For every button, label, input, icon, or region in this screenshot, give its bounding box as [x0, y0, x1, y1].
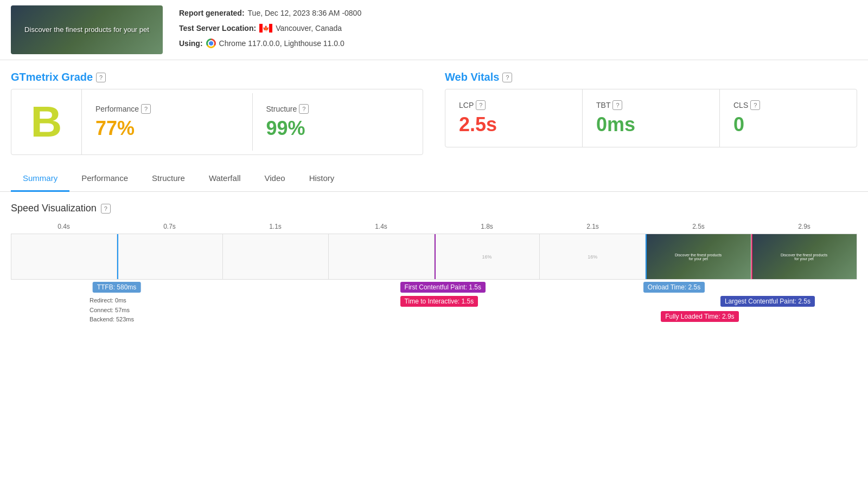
tti-annotation: Time to Interactive: 1.5s — [400, 296, 478, 307]
tab-waterfall[interactable]: Waterfall — [197, 166, 253, 192]
frame-placeholder-5: 16% — [588, 254, 597, 260]
ttfb-line — [117, 234, 118, 279]
frame-image-text-7: Discover the finest productsfor your pet — [780, 252, 828, 262]
web-vitals-box: Web Vitals ? LCP ? 2.5s TBT ? 0ms CLS — [445, 71, 857, 155]
ruler-mark-4: 1.8s — [434, 223, 540, 230]
performance-metric: Performance ? 77% — [82, 93, 253, 151]
test-server-row: Test Server Location: 🍁 Vancouver, Canad… — [179, 21, 361, 36]
grade-letter: B — [11, 89, 82, 154]
structure-label: Structure ? — [266, 104, 410, 114]
fully-loaded-line — [751, 234, 752, 279]
web-vitals-help-icon[interactable]: ? — [502, 73, 512, 82]
ttfb-annotation: TTFB: 580ms — [93, 282, 141, 293]
gtmetrix-grade-title: GTmetrix Grade ? — [11, 71, 423, 83]
site-thumbnail: Discover the finest products for your pe… — [11, 5, 163, 54]
test-server-label: Test Server Location: — [179, 21, 256, 36]
cls-value: 0 — [733, 113, 843, 136]
tabs-section: Summary Performance Structure Waterfall … — [0, 166, 868, 192]
tbt-item: TBT ? 0ms — [583, 89, 720, 147]
performance-help-icon[interactable]: ? — [141, 104, 151, 114]
gtmetrix-grade-label: GTmetrix Grade — [11, 71, 93, 83]
site-thumbnail-text: Discover the finest products for your pe… — [20, 21, 154, 39]
test-server-value: Vancouver, Canada — [276, 21, 342, 36]
onload-line — [646, 234, 647, 279]
gtmetrix-help-icon[interactable]: ? — [96, 73, 106, 82]
ruler-mark-2: 1.1s — [222, 223, 328, 230]
cls-label: CLS ? — [733, 100, 843, 110]
frame-cell-6: Discover the finest productsfor your pet — [646, 234, 751, 279]
ruler-mark-1: 0.7s — [117, 223, 222, 230]
web-vitals-label: Web Vitals — [445, 71, 499, 83]
annotations-area: TTFB: 580ms Redirect: 0ms Connect: 57ms … — [11, 282, 857, 341]
canada-flag-icon: 🍁 — [259, 24, 272, 33]
tab-performance[interactable]: Performance — [69, 166, 140, 192]
tbt-label: TBT ? — [596, 100, 706, 110]
onload-annotation: Onload Time: 2.5s — [643, 282, 705, 293]
cls-help-icon[interactable]: ? — [750, 100, 760, 110]
speed-visualization-title: Speed Visualization ? — [11, 203, 857, 214]
gtmetrix-grade-box: GTmetrix Grade ? B Performance ? 77% Str… — [11, 71, 423, 155]
performance-label: Performance ? — [95, 104, 239, 114]
frame-cell-3 — [329, 234, 435, 279]
tab-video[interactable]: Video — [253, 166, 297, 192]
tbt-value: 0ms — [596, 113, 706, 136]
structure-value: 99% — [266, 117, 410, 140]
grade-metrics: Performance ? 77% Structure ? 99% — [82, 93, 423, 151]
speed-visualization-section: Speed Visualization ? 0.4s 0.7s 1.1s 1.4… — [0, 192, 868, 352]
frame-placeholder-4: 16% — [482, 254, 492, 260]
chrome-icon — [206, 38, 216, 48]
fcp-annotation: First Contentful Paint: 1.5s — [400, 282, 486, 293]
using-label: Using: — [179, 36, 203, 51]
ruler-mark-5: 2.1s — [540, 223, 646, 230]
header: Discover the finest products for your pe… — [0, 0, 868, 60]
cls-item: CLS ? 0 — [720, 89, 857, 147]
grades-section: GTmetrix Grade ? B Performance ? 77% Str… — [0, 60, 868, 160]
fully-loaded-annotation: Fully Loaded Time: 2.9s — [661, 311, 738, 322]
web-vitals-title: Web Vitals ? — [445, 71, 857, 83]
structure-metric: Structure ? 99% — [253, 93, 423, 151]
lcp-item: LCP ? 2.5s — [445, 89, 583, 147]
tab-history[interactable]: History — [297, 166, 347, 192]
structure-help-icon[interactable]: ? — [299, 104, 309, 114]
speed-viz-help-icon[interactable]: ? — [101, 204, 111, 214]
ruler-mark-6: 2.5s — [646, 223, 751, 230]
frame-cell-2 — [223, 234, 329, 279]
tab-summary[interactable]: Summary — [11, 166, 69, 192]
lcp-help-icon[interactable]: ? — [476, 100, 486, 110]
frame-image-text-6: Discover the finest productsfor your pet — [674, 252, 723, 262]
using-row: Using: Chrome 117.0.0.0, Lighthouse 11.0… — [179, 36, 361, 51]
svg-text:🍁: 🍁 — [263, 25, 270, 32]
lcp-value: 2.5s — [459, 113, 569, 136]
ruler-mark-3: 1.4s — [328, 223, 434, 230]
frame-image-6: Discover the finest productsfor your pet — [646, 234, 751, 279]
frame-image-7: Discover the finest productsfor your pet — [751, 234, 857, 279]
lcp-annotation: Largest Contentful Paint: 2.5s — [720, 296, 815, 307]
frame-cell-5: 16% — [540, 234, 646, 279]
report-info: Report generated: Tue, Dec 12, 2023 8:36… — [179, 5, 361, 51]
tabs-list: Summary Performance Structure Waterfall … — [11, 166, 857, 191]
ruler-mark-0: 0.4s — [11, 223, 117, 230]
timeline-ruler: 0.4s 0.7s 1.1s 1.4s 1.8s 2.1s 2.5s 2.9s — [11, 223, 857, 230]
fcp-line — [435, 234, 436, 279]
report-generated-row: Report generated: Tue, Dec 12, 2023 8:36… — [179, 5, 361, 21]
ttfb-detail: Redirect: 0ms Connect: 57ms Backend: 523… — [90, 296, 134, 325]
lcp-label: LCP ? — [459, 100, 569, 110]
using-value: Chrome 117.0.0.0, Lighthouse 11.0.0 — [219, 36, 344, 51]
timeline-frames: 16% 16% Discover the finest productsfor … — [11, 234, 857, 280]
report-generated-value: Tue, Dec 12, 2023 8:36 AM -0800 — [248, 5, 362, 21]
tab-structure[interactable]: Structure — [140, 166, 197, 192]
ruler-mark-7: 2.9s — [751, 223, 857, 230]
performance-value: 77% — [95, 117, 239, 140]
tbt-help-icon[interactable]: ? — [612, 100, 622, 110]
frame-cell-0 — [11, 234, 117, 279]
report-generated-label: Report generated: — [179, 5, 245, 21]
gtmetrix-grade-card: B Performance ? 77% Structure ? 99% — [11, 89, 423, 155]
web-vitals-card: LCP ? 2.5s TBT ? 0ms CLS ? 0 — [445, 89, 857, 147]
frame-cell-1 — [117, 234, 223, 279]
frame-cell-4: 16% — [435, 234, 540, 279]
frame-cell-7: Discover the finest productsfor your pet — [751, 234, 857, 279]
svg-rect-2 — [269, 24, 272, 33]
